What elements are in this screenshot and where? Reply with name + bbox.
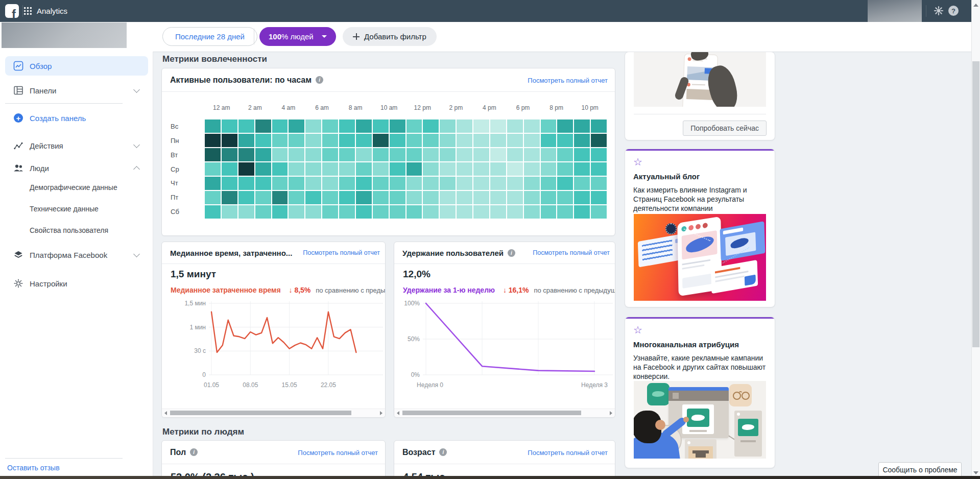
- heatmap-cell[interactable]: [390, 119, 405, 133]
- heatmap-cell[interactable]: [222, 205, 237, 219]
- heatmap-cell[interactable]: [373, 205, 389, 219]
- heatmap-cell[interactable]: [541, 119, 557, 133]
- heatmap-cell[interactable]: [473, 162, 489, 176]
- heatmap-cell[interactable]: [440, 191, 456, 204]
- heatmap-cell[interactable]: [524, 148, 540, 161]
- active-users-heatmap[interactable]: [205, 119, 607, 219]
- heatmap-cell[interactable]: [255, 119, 271, 133]
- heatmap-cell[interactable]: [574, 119, 590, 133]
- heatmap-cell[interactable]: [222, 119, 237, 133]
- heatmap-cell[interactable]: [238, 148, 254, 161]
- heatmap-cell[interactable]: [272, 205, 288, 219]
- heatmap-cell[interactable]: [557, 119, 573, 133]
- heatmap-cell[interactable]: [440, 177, 456, 190]
- heatmap-cell[interactable]: [356, 134, 372, 147]
- date-range-filter-button[interactable]: Последние 28 дней: [162, 27, 257, 46]
- heatmap-cell[interactable]: [272, 119, 288, 133]
- heatmap-cell[interactable]: [373, 119, 389, 133]
- heatmap-cell[interactable]: [205, 162, 221, 176]
- heatmap-cell[interactable]: [305, 148, 321, 161]
- heatmap-cell[interactable]: [423, 119, 439, 133]
- heatmap-cell[interactable]: [238, 191, 254, 204]
- scroll-up-arrow-icon[interactable]: [973, 4, 978, 7]
- info-icon[interactable]: i: [190, 448, 198, 456]
- heatmap-cell[interactable]: [407, 134, 422, 147]
- promo-card-attribution[interactable]: ☆ Многоканальная атрибуция Узнавайте, ка…: [625, 317, 775, 468]
- heatmap-cell[interactable]: [407, 162, 422, 176]
- settings-gear-icon[interactable]: [934, 6, 944, 16]
- app-grid-icon[interactable]: [23, 7, 32, 15]
- heatmap-cell[interactable]: [423, 134, 439, 147]
- heatmap-cell[interactable]: [339, 162, 355, 176]
- heatmap-cell[interactable]: [205, 119, 221, 133]
- heatmap-cell[interactable]: [305, 177, 321, 190]
- audience-percent-dropdown[interactable]: 100 % людей: [259, 27, 336, 46]
- heatmap-cell[interactable]: [407, 148, 422, 161]
- heatmap-cell[interactable]: [390, 177, 405, 190]
- median-time-chart[interactable]: 1,5 мин1 мин30 с001.0508.0515.0522.05: [162, 297, 385, 399]
- heatmap-cell[interactable]: [373, 134, 389, 147]
- heatmap-cell[interactable]: [322, 162, 338, 176]
- scroll-left-arrow-icon[interactable]: [397, 411, 399, 415]
- heatmap-cell[interactable]: [457, 205, 472, 219]
- heatmap-cell[interactable]: [423, 177, 439, 190]
- heatmap-cell[interactable]: [272, 134, 288, 147]
- heatmap-cell[interactable]: [557, 205, 573, 219]
- report-problem-button[interactable]: Сообщить о проблеме: [878, 462, 962, 477]
- heatmap-cell[interactable]: [289, 148, 304, 161]
- sidebar-item-activity[interactable]: Действия: [0, 136, 153, 155]
- heatmap-cell[interactable]: [490, 148, 506, 161]
- heatmap-cell[interactable]: [473, 177, 489, 190]
- heatmap-cell[interactable]: [373, 191, 389, 204]
- info-icon[interactable]: i: [439, 448, 447, 456]
- heatmap-cell[interactable]: [440, 134, 456, 147]
- heatmap-cell[interactable]: [457, 191, 472, 204]
- heatmap-cell[interactable]: [238, 162, 254, 176]
- info-icon[interactable]: i: [508, 249, 515, 257]
- heatmap-cell[interactable]: [272, 177, 288, 190]
- heatmap-cell[interactable]: [238, 119, 254, 133]
- heatmap-cell[interactable]: [524, 205, 540, 219]
- heatmap-cell[interactable]: [289, 162, 304, 176]
- heatmap-cell[interactable]: [272, 148, 288, 161]
- heatmap-cell[interactable]: [339, 191, 355, 204]
- heatmap-cell[interactable]: [490, 205, 506, 219]
- heatmap-cell[interactable]: [390, 148, 405, 161]
- heatmap-cell[interactable]: [574, 148, 590, 161]
- heatmap-cell[interactable]: [205, 191, 221, 204]
- heatmap-cell[interactable]: [423, 191, 439, 204]
- scroll-right-arrow-icon[interactable]: [610, 411, 612, 415]
- redacted-entity-name[interactable]: [2, 22, 127, 48]
- heatmap-cell[interactable]: [440, 148, 456, 161]
- heatmap-cell[interactable]: [339, 177, 355, 190]
- heatmap-cell[interactable]: [356, 148, 372, 161]
- heatmap-cell[interactable]: [507, 119, 523, 133]
- heatmap-cell[interactable]: [356, 205, 372, 219]
- heatmap-cell[interactable]: [557, 148, 573, 161]
- heatmap-cell[interactable]: [557, 191, 573, 204]
- heatmap-cell[interactable]: [356, 177, 372, 190]
- heatmap-cell[interactable]: [490, 119, 506, 133]
- heatmap-cell[interactable]: [390, 162, 405, 176]
- heatmap-cell[interactable]: [591, 134, 607, 147]
- heatmap-cell[interactable]: [255, 205, 271, 219]
- heatmap-cell[interactable]: [473, 191, 489, 204]
- heatmap-cell[interactable]: [524, 177, 540, 190]
- promo-card-blog[interactable]: ☆ Актуальный блог Как измерить влияние I…: [625, 149, 775, 307]
- heatmap-cell[interactable]: [423, 205, 439, 219]
- heatmap-cell[interactable]: [255, 177, 271, 190]
- heatmap-cell[interactable]: [557, 134, 573, 147]
- heatmap-cell[interactable]: [305, 119, 321, 133]
- info-icon[interactable]: i: [316, 76, 323, 84]
- sidebar-item-overview[interactable]: Обзор: [5, 56, 148, 76]
- heatmap-cell[interactable]: [407, 191, 422, 204]
- retention-chart[interactable]: 100%50%0%Неделя 0Неделя 3: [394, 297, 615, 399]
- heatmap-cell[interactable]: [339, 134, 355, 147]
- heatmap-cell[interactable]: [205, 134, 221, 147]
- heatmap-cell[interactable]: [356, 119, 372, 133]
- try-now-button[interactable]: Попробовать сейчас: [683, 121, 767, 136]
- heatmap-cell[interactable]: [238, 177, 254, 190]
- heatmap-cell[interactable]: [457, 134, 472, 147]
- heatmap-cell[interactable]: [490, 191, 506, 204]
- view-full-report-link[interactable]: Посмотреть полный отчет: [303, 249, 380, 256]
